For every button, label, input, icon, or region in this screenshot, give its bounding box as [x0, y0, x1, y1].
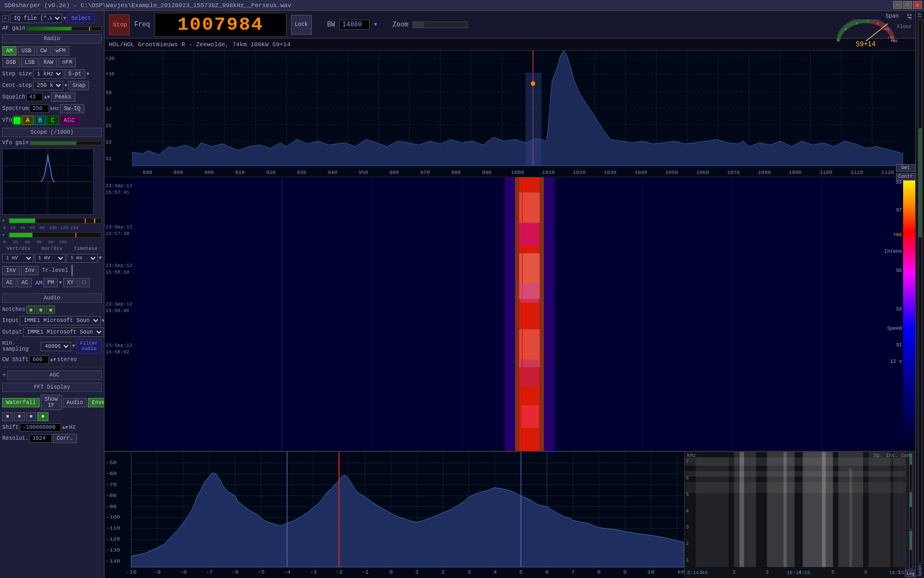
int-label: Int.: [886, 453, 898, 459]
af-gain-label: AF gain: [2, 25, 25, 31]
fft-btn-1[interactable]: ■: [2, 412, 13, 421]
inv-btn-2[interactable]: Inv: [21, 266, 38, 275]
cb-s3: S3: [896, 307, 902, 312]
file-type-dropdown[interactable]: IQ file (*.wav): [10, 14, 62, 23]
svg-text:-7: -7: [206, 570, 213, 575]
vfo-led[interactable]: [13, 117, 21, 124]
min-sampling-select[interactable]: 48000 s/se: [41, 342, 71, 351]
scope-values-row: 1 mV 1 mV 1 ms ▼: [2, 254, 102, 263]
fft-btn-2[interactable]: ■: [14, 412, 24, 421]
output-device-select[interactable]: IMME1 Microsoft Soun: [23, 328, 104, 337]
cent-step-dropdown[interactable]: 250 kHz: [33, 81, 63, 90]
notch-btn-2[interactable]: ■: [36, 306, 45, 314]
select-button[interactable]: Select: [67, 14, 95, 23]
spectrum-input[interactable]: [30, 105, 49, 113]
svg-text:4: 4: [493, 570, 497, 575]
ac-btn-2[interactable]: AC: [18, 278, 32, 287]
dsb-mode-btn[interactable]: DSB: [2, 58, 20, 67]
log-btn[interactable]: Log: [905, 570, 915, 577]
cw-mode-btn[interactable]: CW: [36, 46, 51, 56]
raw-mode-btn[interactable]: RAW: [40, 58, 57, 67]
frequency-display[interactable]: 1007984: [155, 13, 287, 37]
meter-bar-2: ▸: [2, 232, 102, 238]
shift-input[interactable]: [20, 423, 61, 432]
usb-mode-btn[interactable]: USB: [18, 46, 35, 56]
notch-btn-1[interactable]: ■: [26, 306, 35, 314]
lock-button[interactable]: Lock: [291, 15, 312, 35]
squelch-input[interactable]: [26, 93, 43, 101]
tr-level-slider[interactable]: [72, 265, 73, 276]
resolution-input[interactable]: [30, 434, 52, 443]
notches-label: Notches: [2, 307, 25, 313]
radio-section-header: Radio: [2, 34, 102, 43]
vfo-b-btn[interactable]: B: [35, 116, 46, 125]
int-slider[interactable]: [909, 492, 912, 530]
iq-checkbox[interactable]: ✓: [2, 15, 9, 22]
wfm-mode-btn[interactable]: wFM: [52, 46, 69, 56]
s-pt-btn[interactable]: S-pt: [64, 69, 85, 79]
floor-label: Floor: [897, 24, 912, 30]
mini-spectrum-svg: 1 2 3 4 5 6 7 7 6 5 4 3 2 1: [685, 452, 915, 578]
hor-div-select[interactable]: 1 mV: [35, 254, 66, 263]
ac-btn-1[interactable]: AC: [2, 278, 16, 287]
step-size-dropdown[interactable]: 1 kHz: [33, 69, 63, 79]
lsb-mode-btn[interactable]: LSB: [21, 58, 38, 67]
fft-small-btns: ■ ■ ■ ■: [2, 412, 102, 421]
fft-btn-4[interactable]: ■: [37, 412, 48, 421]
notches-row: Notches ■ ■ ■: [2, 306, 102, 314]
zoom-label: Zoom: [393, 21, 409, 29]
svg-rect-84: [544, 177, 554, 451]
bw-arrow[interactable]: ▼: [374, 22, 377, 28]
vfo-a-btn[interactable]: A: [22, 116, 34, 125]
svg-text:-110: -110: [106, 526, 120, 531]
show-if-btn[interactable]: Show IF: [41, 395, 62, 410]
xy-btn[interactable]: XY: [63, 278, 78, 287]
envelope-btn[interactable]: Envelope: [88, 398, 105, 407]
notch-btn-3[interactable]: ■: [46, 306, 55, 314]
svg-text:-4: -4: [283, 570, 290, 575]
af-gain-slider[interactable]: [26, 26, 102, 31]
fft-btn-3[interactable]: ■: [26, 412, 36, 421]
contr-btn[interactable]: Contr: [896, 173, 915, 181]
set-btn[interactable]: Set: [896, 164, 915, 172]
content-area: Stop Freq 1007984 Lock BW ▼ Zoom Span: [105, 11, 915, 578]
svg-text:+20: +20: [883, 28, 889, 31]
mode-buttons-row1: AM USB CW wFM: [2, 46, 102, 56]
audio-fft-btn[interactable]: Audio: [63, 398, 87, 407]
main-display-area: +20 +10 S9 S7 S5 S3 S1: [105, 51, 915, 578]
if-slider[interactable]: [918, 19, 922, 564]
stop-button[interactable]: Stop: [109, 14, 130, 35]
timebase-select[interactable]: 1 ms: [67, 254, 98, 263]
span-label: Span: [833, 13, 899, 19]
con-slider[interactable]: [909, 531, 912, 569]
swiq-btn[interactable]: Sw-IQ: [60, 104, 84, 113]
input-device-select[interactable]: IMME1 Microsoft Soun: [20, 316, 101, 325]
timebase-label: Timebase: [69, 246, 102, 252]
agc-btn[interactable]: AGC: [60, 116, 80, 125]
peaks-btn[interactable]: Peaks: [51, 92, 75, 102]
inv-btn-1[interactable]: Inv: [2, 266, 20, 275]
minimize-button[interactable]: —: [893, 1, 902, 9]
filter-audio-btn[interactable]: FilterAudio: [76, 339, 102, 353]
vfo-gain-slider[interactable]: [30, 141, 102, 145]
close-button[interactable]: ✕: [913, 1, 922, 9]
wf-timestamp-3: 23:Sep:1215:58:10: [106, 263, 133, 276]
corr-btn[interactable]: Corr.: [53, 434, 77, 443]
cw-shift-input[interactable]: [30, 356, 49, 364]
bw-input[interactable]: [339, 20, 370, 30]
snap-btn[interactable]: Snap: [68, 81, 89, 90]
nfm-mode-btn[interactable]: nFM: [58, 58, 76, 67]
vert-div-select[interactable]: 1 mV: [2, 254, 34, 263]
freq-label: Freq: [134, 21, 150, 29]
maximize-button[interactable]: □: [903, 1, 912, 9]
am-mode-btn[interactable]: AM: [2, 46, 16, 56]
svg-text:1: 1: [686, 558, 689, 563]
xy-extra-btn[interactable]: □: [79, 278, 90, 287]
sp-slider[interactable]: [909, 453, 912, 491]
zoom-slider[interactable]: [413, 21, 468, 28]
svg-rect-188: [784, 452, 787, 567]
pm-btn[interactable]: PM: [43, 278, 58, 287]
inv-row: Inv Inv Tr-level: [2, 265, 102, 276]
waterfall-btn[interactable]: Waterfall: [2, 398, 40, 407]
vfo-c-btn[interactable]: C: [47, 116, 58, 125]
